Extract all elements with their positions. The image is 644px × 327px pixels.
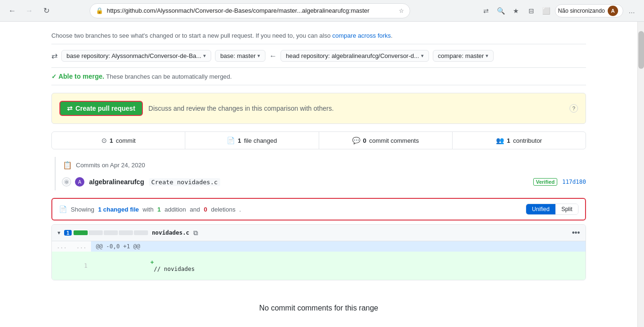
files-count: 1 xyxy=(238,137,241,144)
head-repo-dropdown[interactable]: head repository: algebralinearufcg/Conve… xyxy=(281,50,429,62)
create-pull-request-button[interactable]: ⇄ Create pull request xyxy=(59,101,143,116)
compare-forks-link[interactable]: compare across forks xyxy=(332,32,391,39)
url-text: https://github.com/Alyssonmach/Conversor… xyxy=(107,7,395,14)
gray-block-3 xyxy=(119,230,133,235)
translate-icon[interactable]: ⇄ xyxy=(479,4,493,17)
compare-arrows-icon: ⇄ xyxy=(51,51,58,60)
gray-block-1 xyxy=(89,230,103,235)
split-view-button[interactable]: Split xyxy=(556,204,578,214)
hunk-header-row: ... ... @@ -0,0 +1 @@ xyxy=(52,241,586,252)
changed-files-link[interactable]: 1 changed file xyxy=(98,206,139,213)
contributors-stat[interactable]: 👥 1 contributor xyxy=(453,132,586,149)
zoom-icon[interactable]: 🔍 xyxy=(495,4,508,17)
addition-label: addition xyxy=(165,206,186,213)
scroll-content[interactable]: Choose two branches to see what's change… xyxy=(0,22,637,327)
file-diff: ▾ 1 novidades.c ⧉ xyxy=(51,224,586,280)
lock-icon: 🔒 xyxy=(96,7,103,14)
with-text: with xyxy=(143,206,154,213)
file-more-button[interactable]: ••• xyxy=(572,229,580,237)
stats-bar: ⊙ 1 commit 📄 1 file changed 💬 0 commit c… xyxy=(51,131,586,149)
compare-branch-dropdown[interactable]: compare: master ▾ xyxy=(433,50,494,62)
commits-count: 1 xyxy=(110,137,113,144)
comments-stat[interactable]: 💬 0 commit comments xyxy=(319,132,453,149)
comparison-bar: ⇄ base repository: Alyssonmach/Conversor… xyxy=(51,44,586,68)
expand-icon[interactable]: ▾ xyxy=(58,229,60,236)
file-diff-header-left: ▾ 1 novidades.c ⧉ xyxy=(58,229,198,237)
comments-count: 0 xyxy=(363,137,366,144)
files-stat[interactable]: 📄 1 file changed xyxy=(185,132,319,149)
added-line-text: // novidades xyxy=(150,266,195,272)
merge-status: ✓ Able to merge. These branches can be a… xyxy=(51,68,586,85)
commit-message: Create novidades.c xyxy=(149,178,220,186)
more-menu-icon[interactable]: … xyxy=(625,4,638,17)
commits-date: Commits on Apr 24, 2020 xyxy=(76,162,145,169)
star-icon[interactable]: ☆ xyxy=(399,8,404,14)
timeline-line xyxy=(55,157,56,190)
added-line-row: 1 + // novidades xyxy=(52,252,586,280)
commit-dot: ⊙ xyxy=(63,178,70,186)
file-count-badge: 1 xyxy=(64,230,72,236)
collections-icon[interactable]: ⊟ xyxy=(525,4,538,17)
gray-block-2 xyxy=(104,230,118,235)
commits-label: commit xyxy=(116,137,136,144)
addition-count: 1 xyxy=(157,206,161,213)
commit-row: ⊙ A algebralinearufcg Create novidades.c… xyxy=(63,173,586,190)
forward-button[interactable]: → xyxy=(23,4,36,17)
hunk-new-num: ... xyxy=(72,241,91,252)
hunk-old-num: ... xyxy=(52,241,72,252)
file-stat-block: 1 xyxy=(64,230,148,236)
added-new-num: 1 xyxy=(72,252,91,280)
reload-button[interactable]: ↻ xyxy=(40,4,53,17)
page-content: Choose two branches to see what's change… xyxy=(44,27,594,327)
files-label: file changed xyxy=(244,137,277,144)
bookmark-icon[interactable]: ★ xyxy=(510,4,523,17)
commits-header: 📋 Commits on Apr 24, 2020 xyxy=(63,157,586,173)
base-branch-dropdown[interactable]: base: master ▾ xyxy=(215,50,265,62)
caret-icon-4: ▾ xyxy=(486,53,488,59)
unified-view-button[interactable]: Unified xyxy=(526,204,555,214)
diff-file-icon: 📄 xyxy=(59,205,67,213)
scrollbar-thumb[interactable] xyxy=(638,31,644,69)
commits-stat[interactable]: ⊙ 1 commit xyxy=(52,132,185,149)
browser-chrome: ← → ↻ 🔒 https://github.com/Alyssonmach/C… xyxy=(0,0,644,22)
no-comments-text: No commit comments for this range xyxy=(51,290,586,327)
tab-icon[interactable]: ⬜ xyxy=(540,4,553,17)
hunk-text: @@ -0,0 +1 @@ xyxy=(91,241,586,252)
page-wrapper: Choose two branches to see what's change… xyxy=(0,22,644,327)
address-bar[interactable]: 🔒 https://github.com/Alyssonmach/Convers… xyxy=(90,3,410,18)
commit-author[interactable]: algebralinearufcg xyxy=(89,178,144,186)
file-blocks xyxy=(74,230,148,235)
copy-path-button[interactable]: ⧉ xyxy=(193,229,198,237)
help-icon[interactable]: ? xyxy=(570,104,578,113)
profile-button[interactable]: Não sincronizando A xyxy=(555,4,623,17)
commits-header-icon: 📋 xyxy=(63,161,72,170)
browser-right-icons: ⇄ 🔍 ★ ⊟ ⬜ Não sincronizando A … xyxy=(479,4,638,17)
file-changes-left: 📄 Showing 1 changed file with 1 addition… xyxy=(59,205,241,213)
file-icon: 📄 xyxy=(227,137,235,144)
caret-icon-2: ▾ xyxy=(257,53,260,59)
commit-avatar: A xyxy=(75,177,84,187)
file-changes-header: 📄 Showing 1 changed file with 1 addition… xyxy=(51,198,586,221)
view-buttons: Unified Split xyxy=(526,204,578,215)
commit-icon: ⊙ xyxy=(101,137,107,144)
base-repo-dropdown[interactable]: base repository: Alyssonmach/Conversor-d… xyxy=(61,50,211,62)
create-pr-description: Discuss and review the changes in this c… xyxy=(149,105,334,112)
scrollbar[interactable] xyxy=(637,22,644,327)
check-icon: ✓ xyxy=(51,73,57,80)
caret-icon: ▾ xyxy=(203,53,206,59)
back-button[interactable]: ← xyxy=(6,4,19,17)
commits-section: 📋 Commits on Apr 24, 2020 ⊙ A algebralin… xyxy=(51,157,586,190)
gray-block-4 xyxy=(134,230,148,235)
profile-label: Não sincronizando xyxy=(558,8,605,14)
file-name: novidades.c xyxy=(152,229,189,236)
top-hint: Choose two branches to see what's change… xyxy=(51,27,586,44)
showing-text: Showing xyxy=(71,206,94,213)
create-pr-section: ⇄ Create pull request Discuss and review… xyxy=(51,93,586,124)
diff-table: ... ... @@ -0,0 +1 @@ 1 + // novidades xyxy=(52,241,586,280)
create-pr-left: ⇄ Create pull request Discuss and review… xyxy=(59,101,334,116)
commit-sha[interactable]: 117d180 xyxy=(562,179,586,185)
contributors-count: 1 xyxy=(507,137,510,144)
pr-icon: ⇄ xyxy=(67,105,73,112)
able-to-merge-link[interactable]: Able to merge. xyxy=(58,73,104,80)
arrow-left-icon: ← xyxy=(269,52,277,60)
